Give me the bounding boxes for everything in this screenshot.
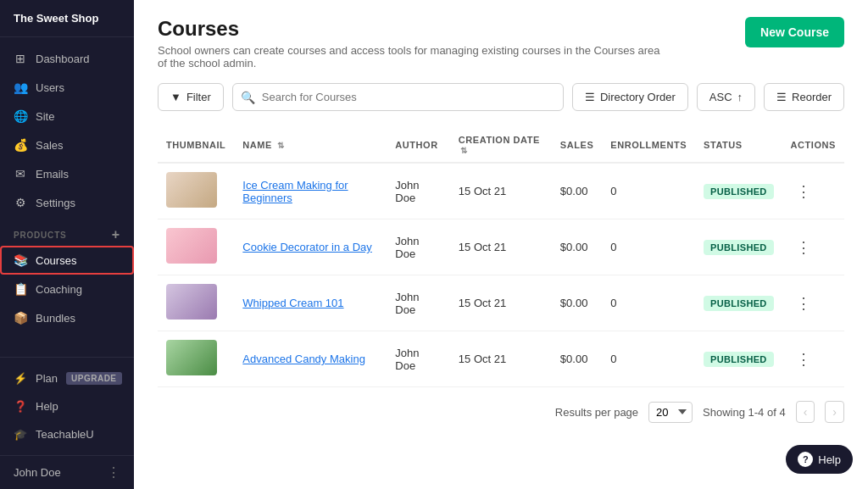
cell-actions: ⋮	[782, 219, 844, 275]
sidebar-item-bundles[interactable]: 📦 Bundles	[0, 303, 134, 332]
search-input[interactable]	[232, 83, 564, 111]
sidebar-label-bundles: Bundles	[36, 312, 75, 325]
plan-icon: ⚡	[14, 372, 27, 385]
cell-author: John Doe	[387, 275, 450, 331]
status-badge: PUBLISHED	[704, 184, 774, 199]
row-actions-button[interactable]: ⋮	[791, 236, 816, 258]
cell-status: PUBLISHED	[695, 163, 782, 219]
col-sales: SALES	[552, 128, 602, 163]
help-widget-label: Help	[818, 453, 841, 466]
sidebar-item-plan[interactable]: ⚡ Plan UPGRADE	[0, 364, 134, 392]
sidebar-item-coaching[interactable]: 📋 Coaching	[0, 275, 134, 303]
cell-name: Ice Cream Making for Beginners	[234, 163, 387, 219]
sidebar-label-settings: Settings	[36, 197, 75, 209]
page-title: Courses	[158, 17, 666, 41]
course-thumbnail	[166, 340, 217, 375]
cell-creation-date: 15 Oct 21	[450, 219, 552, 275]
dashboard-icon: ⊞	[14, 52, 27, 65]
row-actions-button[interactable]: ⋮	[791, 292, 816, 314]
row-actions-button[interactable]: ⋮	[791, 181, 816, 203]
col-author: AUTHOR	[387, 128, 450, 163]
cell-creation-date: 15 Oct 21	[450, 163, 552, 219]
showing-label: Showing 1-4 of 4	[703, 406, 786, 419]
col-name[interactable]: NAME ⇅	[234, 128, 387, 163]
cell-creation-date: 15 Oct 21	[450, 331, 552, 387]
upgrade-badge[interactable]: UPGRADE	[66, 372, 122, 385]
sidebar-item-help[interactable]: ❓ Help	[0, 392, 134, 420]
help-widget[interactable]: ? Help	[786, 445, 853, 474]
page-description: School owners can create courses and acc…	[158, 44, 666, 69]
pagination-row: Results per page 20 50 100 Showing 1-4 o…	[158, 387, 844, 430]
reorder-button[interactable]: ☰ Reorder	[764, 83, 844, 111]
sidebar-footer: ⚡ Plan UPGRADE ❓ Help 🎓 TeachableU	[0, 357, 134, 455]
filter-icon: ▼	[170, 91, 181, 103]
col-enrollments: ENROLLMENTS	[602, 128, 695, 163]
cell-actions: ⋮	[782, 275, 844, 331]
status-badge: PUBLISHED	[704, 296, 774, 311]
col-creation-date[interactable]: CREATION DATE ⇅	[450, 128, 552, 163]
asc-button[interactable]: ASC ↑	[697, 83, 755, 111]
products-section-label: PRODUCTS +	[0, 217, 134, 246]
cell-status: PUBLISHED	[695, 219, 782, 275]
user-menu-icon[interactable]: ⋮	[107, 464, 120, 481]
cell-thumbnail	[158, 331, 234, 387]
search-icon: 🔍	[241, 91, 255, 104]
row-actions-button[interactable]: ⋮	[791, 348, 816, 370]
sidebar-label-users: Users	[36, 81, 64, 94]
cell-name: Advanced Candy Making	[234, 331, 387, 387]
next-page-button[interactable]: ›	[825, 401, 844, 423]
bundles-icon: 📦	[14, 311, 27, 325]
cell-enrollments: 0	[602, 275, 695, 331]
sidebar-item-site[interactable]: 🌐 Site	[0, 102, 134, 131]
coaching-icon: 📋	[14, 282, 27, 296]
cell-sales: $0.00	[552, 219, 602, 275]
directory-order-button[interactable]: ☰ Directory Order	[572, 83, 688, 111]
course-name-link[interactable]: Ice Cream Making for Beginners	[242, 179, 348, 204]
col-thumbnail: THUMBNAIL	[158, 128, 234, 163]
course-name-link[interactable]: Advanced Candy Making	[242, 353, 365, 365]
add-product-icon[interactable]: +	[112, 227, 120, 242]
cell-creation-date: 15 Oct 21	[450, 275, 552, 331]
user-row: John Doe ⋮	[0, 455, 134, 489]
cell-name: Cookie Decorator in a Day	[234, 219, 387, 275]
filter-label: Filter	[186, 91, 211, 103]
new-course-button[interactable]: New Course	[745, 17, 844, 47]
sidebar-label-dashboard: Dashboard	[36, 53, 90, 65]
sidebar-item-users[interactable]: 👥 Users	[0, 73, 134, 102]
course-name-link[interactable]: Cookie Decorator in a Day	[242, 241, 371, 253]
sidebar-label-sales: Sales	[36, 139, 64, 152]
page-header: Courses School owners can create courses…	[158, 17, 844, 69]
course-thumbnail	[166, 172, 217, 208]
sidebar: The Sweet Shop ⊞ Dashboard 👥 Users 🌐 Sit…	[0, 0, 134, 489]
sidebar-item-emails[interactable]: ✉ Emails	[0, 159, 134, 188]
reorder-label: Reorder	[792, 91, 832, 103]
cell-author: John Doe	[387, 331, 450, 387]
cell-enrollments: 0	[602, 331, 695, 387]
sidebar-item-sales[interactable]: 💰 Sales	[0, 131, 134, 159]
table-row: Ice Cream Making for Beginners John Doe …	[158, 163, 844, 219]
cell-thumbnail	[158, 275, 234, 331]
cell-sales: $0.00	[552, 163, 602, 219]
dir-order-icon: ☰	[585, 91, 595, 103]
filter-button[interactable]: ▼ Filter	[158, 83, 224, 111]
toolbar: ▼ Filter 🔍 ☰ Directory Order ASC ↑ ☰ Reo…	[158, 83, 844, 111]
cell-thumbnail	[158, 163, 234, 219]
sidebar-item-dashboard[interactable]: ⊞ Dashboard	[0, 44, 134, 73]
course-name-link[interactable]: Whipped Cream 101	[242, 297, 343, 309]
cell-sales: $0.00	[552, 275, 602, 331]
sidebar-nav: ⊞ Dashboard 👥 Users 🌐 Site 💰 Sales ✉ Ema…	[0, 37, 134, 357]
cell-enrollments: 0	[602, 163, 695, 219]
sidebar-item-teachableu[interactable]: 🎓 TeachableU	[0, 420, 134, 448]
courses-icon: 📚	[14, 253, 27, 267]
asc-arrow-icon: ↑	[737, 91, 743, 103]
asc-label: ASC	[709, 91, 732, 103]
per-page-select[interactable]: 20 50 100	[648, 402, 693, 423]
sidebar-label-site: Site	[36, 110, 54, 123]
prev-page-button[interactable]: ‹	[796, 401, 815, 423]
sidebar-item-settings[interactable]: ⚙ Settings	[0, 188, 134, 217]
help-label: Help	[36, 400, 58, 413]
teachableu-icon: 🎓	[14, 428, 27, 441]
sales-icon: 💰	[14, 138, 27, 152]
sidebar-item-courses[interactable]: 📚 Courses	[0, 246, 134, 275]
cell-actions: ⋮	[782, 163, 844, 219]
